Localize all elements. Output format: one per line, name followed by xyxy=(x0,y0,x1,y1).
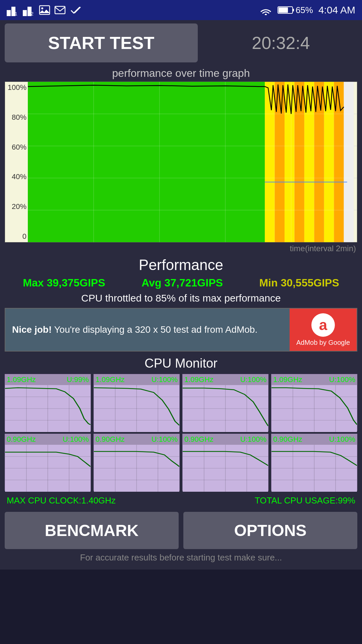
timer-display: 20:32:4 xyxy=(204,33,357,53)
benchmark-button[interactable]: BENCMARK xyxy=(5,512,179,549)
cpu-core-1-graph xyxy=(94,385,179,432)
admob-banner[interactable]: Nice job! You're displaying a 320 x 50 t… xyxy=(5,308,357,352)
svg-rect-8 xyxy=(55,6,65,14)
cpu-core-7: 0.90GHz U:100% xyxy=(271,434,357,491)
svg-rect-31 xyxy=(285,82,294,242)
cpu-core-4-graph xyxy=(5,445,90,492)
wifi-icon xyxy=(259,5,272,15)
svg-rect-11 xyxy=(293,9,294,11)
cpu-core-2: 1.09GHz U:100% xyxy=(182,374,268,431)
cpu-core-3-freq: 1.09GHz xyxy=(273,375,302,384)
graph-title: performance over time graph xyxy=(5,67,357,79)
graph-inner xyxy=(28,82,357,242)
cpu-core-0: 1.09GHz U:99% xyxy=(5,374,91,431)
cpu-core-0-usage: U:99% xyxy=(67,375,89,384)
cpu-monitor-title: CPU Monitor xyxy=(5,356,357,371)
cpu-core-3-header: 1.09GHz U:100% xyxy=(272,374,357,385)
svg-rect-28 xyxy=(28,82,265,242)
svg-rect-29 xyxy=(265,82,275,242)
cpu-core-7-graph xyxy=(272,445,357,492)
start-test-button[interactable]: START TEST xyxy=(5,23,198,62)
status-right: 65% 4:04 AM xyxy=(259,4,355,16)
svg-rect-37 xyxy=(344,82,354,242)
svg-marker-0 xyxy=(7,10,11,16)
y-label-20: 20% xyxy=(6,202,26,211)
svg-point-7 xyxy=(41,7,43,9)
performance-graph-section: performance over time graph 100% 80% 60%… xyxy=(5,67,357,253)
cpu-monitor-section: CPU Monitor 1.09GHz U:99% xyxy=(5,356,357,566)
cpu-core-grid: 1.09GHz U:99% xyxy=(5,374,357,491)
cpu-core-2-usage: U:100% xyxy=(240,375,266,384)
cpu-core-6-graph xyxy=(183,445,268,492)
admob-text: Nice job! You're displaying a 320 x 50 t… xyxy=(5,318,290,341)
cpu-core-6-freq: 0.90GHz xyxy=(184,435,214,444)
cpu-core-3-usage: U:100% xyxy=(329,375,355,384)
graph-y-labels: 100% 80% 60% 40% 20% 0 xyxy=(5,82,28,242)
main-content: START TEST 20:32:4 performance over time… xyxy=(0,20,362,570)
svg-rect-30 xyxy=(275,82,285,242)
check-icon xyxy=(70,4,81,16)
cpu-core-0-graph xyxy=(5,385,90,432)
y-label-60: 60% xyxy=(6,143,26,152)
cpu-core-7-header: 0.90GHz U:100% xyxy=(272,434,357,445)
status-left: 1 2 xyxy=(7,4,81,16)
status-bar: 1 2 xyxy=(0,0,362,20)
battery-indicator: 65% xyxy=(278,5,313,15)
admob-nicejob: Nice job! xyxy=(12,324,52,335)
svg-rect-32 xyxy=(294,82,304,242)
cpu-core-0-freq: 1.09GHz xyxy=(7,375,36,384)
cpu-footer: MAX CPU CLOCK:1.40GHz TOTAL CPU USAGE:99… xyxy=(5,494,357,507)
admob-brand: AdMob by Google xyxy=(296,339,350,346)
top-row: START TEST 20:32:4 xyxy=(5,23,357,62)
cpu-core-5-header: 0.90GHz U:100% xyxy=(94,434,179,445)
cpu-core-1: 1.09GHz U:100% xyxy=(94,374,180,431)
bottom-buttons: BENCMARK OPTIONS xyxy=(5,512,357,549)
admob-logo-letter: a xyxy=(319,317,327,333)
cpu-core-5-freq: 0.90GHz xyxy=(96,435,125,444)
signal2-icon: 2 xyxy=(23,4,35,16)
battery-percent: 65% xyxy=(296,5,313,15)
graph-container: 100% 80% 60% 40% 20% 0 xyxy=(5,82,357,243)
perf-max: Max 39,375GIPS xyxy=(23,277,105,289)
cpu-core-1-usage: U:100% xyxy=(152,375,178,384)
cpu-core-5-graph xyxy=(94,445,179,492)
y-label-100: 100% xyxy=(6,83,26,92)
cpu-core-6: 0.90GHz U:100% xyxy=(182,434,268,491)
cpu-core-4: 0.90GHz U:100% xyxy=(5,434,91,491)
cpu-core-2-graph xyxy=(183,385,268,432)
footer-hint: For accurate results before starting tes… xyxy=(5,552,357,566)
admob-message: You're displaying a 320 x 50 test ad fro… xyxy=(54,324,258,335)
total-cpu-usage: TOTAL CPU USAGE:99% xyxy=(255,495,355,506)
cpu-core-6-usage: U:100% xyxy=(240,435,266,444)
cpu-core-2-freq: 1.09GHz xyxy=(184,375,214,384)
admob-logo-circle: a xyxy=(311,313,335,337)
svg-rect-33 xyxy=(304,82,314,242)
y-label-40: 40% xyxy=(6,172,26,181)
cpu-core-7-usage: U:100% xyxy=(329,435,355,444)
cpu-core-5: 0.90GHz U:100% xyxy=(94,434,180,491)
cpu-core-4-freq: 0.90GHz xyxy=(7,435,36,444)
svg-marker-3 xyxy=(23,10,27,16)
y-label-0: 0 xyxy=(6,232,26,241)
cpu-core-3: 1.09GHz U:100% xyxy=(271,374,357,431)
svg-rect-36 xyxy=(334,82,344,242)
cpu-core-4-usage: U:100% xyxy=(63,435,89,444)
performance-title: Performance xyxy=(5,257,357,273)
svg-rect-35 xyxy=(324,82,334,242)
cpu-core-4-header: 0.90GHz U:100% xyxy=(5,434,90,445)
graph-time-label: time(interval 2min) xyxy=(5,244,357,253)
cpu-core-1-freq: 1.09GHz xyxy=(96,375,125,384)
svg-rect-6 xyxy=(40,6,50,14)
svg-rect-34 xyxy=(314,82,324,242)
graph-svg xyxy=(28,82,357,242)
mail-icon xyxy=(54,4,66,16)
cpu-core-2-header: 1.09GHz U:100% xyxy=(183,374,268,385)
options-button[interactable]: OPTIONS xyxy=(183,512,357,549)
cpu-core-0-header: 1.09GHz U:99% xyxy=(5,374,90,385)
perf-avg: Avg 37,721GIPS xyxy=(141,277,223,289)
performance-stats: Max 39,375GIPS Avg 37,721GIPS Min 30,555… xyxy=(5,277,357,289)
cpu-core-3-graph xyxy=(272,385,357,432)
admob-logo: a AdMob by Google xyxy=(290,309,357,351)
svg-rect-12 xyxy=(279,7,288,13)
clock: 4:04 AM xyxy=(318,4,355,16)
